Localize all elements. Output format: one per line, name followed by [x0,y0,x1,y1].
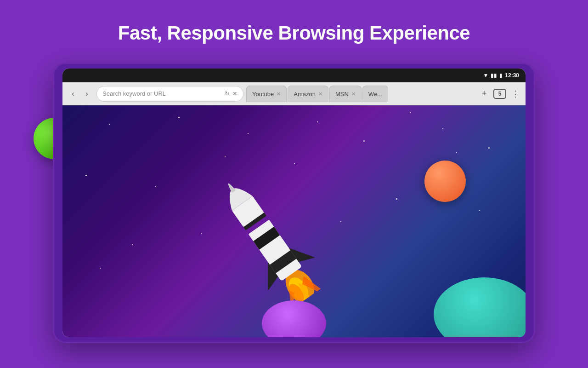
page-headline: Fast, Responsive Browsing Experience [118,22,470,44]
wifi-icon: ▼ [483,72,488,79]
tablet-frame: ▼ ▮▮ ▮ 12:30 ‹ › Search keyword or URL ↻… [53,63,535,343]
new-tab-button[interactable]: + [478,87,491,100]
star [442,128,443,129]
device-wrapper: ▼ ▮▮ ▮ 12:30 ‹ › Search keyword or URL ↻… [53,63,535,348]
address-text: Search keyword or URL [102,90,222,97]
star [100,268,101,269]
status-bar: ▼ ▮▮ ▮ 12:30 [62,69,526,82]
star [396,198,397,200]
tab-msn[interactable]: MSN ✕ [329,86,362,102]
star [340,221,341,222]
battery-icon: ▮ [499,72,503,79]
star [363,140,365,142]
tab-we-label: We... [368,91,382,98]
status-icons: ▼ ▮▮ ▮ 12:30 [483,72,519,79]
signal-icon: ▮▮ [491,72,497,79]
browser-chrome: ‹ › Search keyword or URL ↻ ✕ Youtube ✕ [62,82,526,105]
star [410,112,411,113]
reload-icon[interactable]: ↻ [225,90,230,97]
forward-button[interactable]: › [80,87,94,101]
tab-amazon-label: Amazon [294,91,316,98]
browser-container: ▼ ▮▮ ▮ 12:30 ‹ › Search keyword or URL ↻… [62,69,526,337]
tab-count-badge[interactable]: 5 [493,89,506,99]
tab-youtube[interactable]: Youtube ✕ [246,86,287,102]
star [456,152,457,153]
tab-actions: + 5 ⋮ [478,87,522,100]
tab-msn-close[interactable]: ✕ [351,91,356,97]
tabs-area: Youtube ✕ Amazon ✕ MSN ✕ We... [246,86,476,102]
webpage-content [62,105,526,337]
star [109,124,110,125]
status-time: 12:30 [505,72,519,79]
tab-msn-label: MSN [335,91,349,98]
address-close-icon[interactable]: ✕ [232,90,237,97]
star [317,121,318,122]
address-bar[interactable]: Search keyword or URL ↻ ✕ [96,86,243,102]
star [85,175,87,176]
orange-planet [424,161,466,202]
star [294,163,295,164]
tab-youtube-label: Youtube [252,91,274,98]
back-button[interactable]: ‹ [66,87,80,101]
tab-youtube-close[interactable]: ✕ [277,91,281,97]
star [132,244,133,245]
tab-we[interactable]: We... [362,86,388,102]
tab-amazon-close[interactable]: ✕ [318,91,322,97]
star [178,117,180,118]
browser-menu-button[interactable]: ⋮ [509,87,522,100]
tab-amazon[interactable]: Amazon ✕ [288,86,328,102]
star [488,147,490,149]
star [479,210,480,211]
